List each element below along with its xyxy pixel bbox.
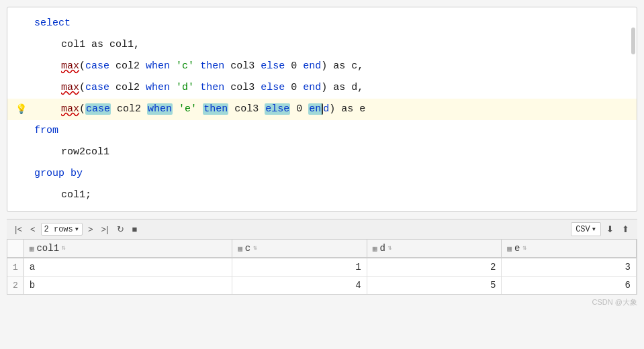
th-rownum <box>7 240 24 258</box>
th-col1-label: col1 <box>36 243 59 254</box>
next-btn[interactable]: > <box>85 223 96 236</box>
sort-arrows-d[interactable]: ⇅ <box>388 245 392 252</box>
kw-case-hl: case <box>85 103 111 115</box>
col-col1: col1 <box>61 39 85 50</box>
groupby-col: col1; <box>61 189 91 201</box>
results-table-wrap: ▦ col1 ⇅ ▦ c ⇅ ▦ d ⇅ <box>7 240 637 295</box>
table-row: 2 b 4 5 6 <box>7 277 637 295</box>
code-line-max-e: 💡 max(case col2 when 'e' then col3 else … <box>7 99 637 120</box>
str-c: 'c' <box>176 60 194 72</box>
row-2-num: 2 <box>7 277 24 295</box>
refresh-btn[interactable]: ↻ <box>114 223 127 236</box>
rows-dropdown[interactable]: 2 rows ▾ <box>41 223 83 236</box>
code-line-from: from <box>7 120 637 142</box>
col-icon-e: ▦ <box>507 244 512 253</box>
kw-end-hl-d: d <box>323 103 329 115</box>
filter-btn[interactable]: ⬆ <box>619 223 632 236</box>
th-col1[interactable]: ▦ col1 ⇅ <box>24 240 232 258</box>
str-d: 'd' <box>176 82 194 93</box>
th-d[interactable]: ▦ d ⇅ <box>367 240 502 258</box>
rows-chevron: ▾ <box>75 224 79 234</box>
first-btn[interactable]: |< <box>12 223 25 236</box>
code-line-max-c: max(case col2 when 'c' then col3 else 0 … <box>7 56 637 77</box>
th-d-label: d <box>379 243 385 254</box>
kw-end-1: end <box>303 60 321 72</box>
sort-arrows-c[interactable]: ⇅ <box>253 245 257 252</box>
code-line-select: select <box>7 13 637 34</box>
th-e-label: e <box>514 243 520 254</box>
kw-case-1: case <box>85 60 109 72</box>
th-c[interactable]: ▦ c ⇅ <box>232 240 367 258</box>
csv-chevron: ▾ <box>592 224 596 234</box>
alias-col1: col1, <box>109 39 140 50</box>
col-icon-d: ▦ <box>373 244 377 253</box>
keyword-select: select <box>34 14 71 33</box>
lightbulb-icon[interactable]: 💡 <box>15 100 27 119</box>
kw-end-2: end <box>303 82 321 93</box>
as-keyword-1: as <box>91 39 109 50</box>
sort-arrows-col1[interactable]: ⇅ <box>62 245 66 252</box>
table-name: row2col1 <box>61 146 109 158</box>
kw-then-2: then <box>200 82 224 93</box>
kw-else-hl: else <box>265 103 290 115</box>
row-2-e: 6 <box>502 277 637 295</box>
code-line-table: row2col1 <box>7 142 637 163</box>
fn-max-2: max <box>61 82 79 93</box>
code-editor[interactable]: select col1 as col1, max(case col2 when … <box>7 7 637 212</box>
kw-case-2: case <box>85 82 109 93</box>
keyword-from: from <box>34 121 58 140</box>
code-line-col1-semi: col1; <box>7 185 637 206</box>
fn-max-3: max <box>61 103 79 115</box>
download-btn[interactable]: ⬇ <box>604 223 616 236</box>
kw-else-2: else <box>261 82 285 93</box>
kw-when-hl: when <box>147 103 173 115</box>
col-icon-c: ▦ <box>238 244 242 253</box>
keyword-groupby: group by <box>34 164 83 183</box>
prev-btn[interactable]: < <box>28 223 38 236</box>
kw-then-hl: then <box>203 103 228 115</box>
col-icon-col1: ▦ <box>30 244 34 253</box>
code-line-groupby: group by <box>7 163 637 185</box>
last-btn[interactable]: >| <box>99 223 111 236</box>
row-1-d: 2 <box>367 258 502 277</box>
code-line-col1: col1 as col1, <box>7 34 637 56</box>
fn-max-1: max <box>61 60 79 72</box>
watermark: CSDN @大象 <box>0 295 644 310</box>
results-toolbar: |< < 2 rows ▾ > >| ↻ ■ CSV ▾ ⬇ ⬆ <box>7 219 637 240</box>
th-e[interactable]: ▦ e ⇅ <box>502 240 637 258</box>
csv-dropdown[interactable]: CSV ▾ <box>571 222 601 236</box>
row-1-col1: a <box>24 258 232 277</box>
kw-then-1: then <box>200 60 224 72</box>
kw-else-1: else <box>261 60 285 72</box>
table-header-row: ▦ col1 ⇅ ▦ c ⇅ ▦ d ⇅ <box>7 240 637 258</box>
row-2-col1: b <box>24 277 232 295</box>
th-c-label: c <box>245 243 250 254</box>
kw-when-2: when <box>146 82 170 93</box>
kw-when-1: when <box>146 60 170 72</box>
row-1-e: 3 <box>502 258 637 277</box>
str-e: 'e' <box>179 103 197 115</box>
stop-btn[interactable]: ■ <box>130 223 140 236</box>
code-line-max-d: max(case col2 when 'd' then col3 else 0 … <box>7 77 637 99</box>
row-1-c: 1 <box>232 258 367 277</box>
csv-label: CSV <box>576 225 590 234</box>
sort-arrows-e[interactable]: ⇅ <box>522 245 526 252</box>
rows-count: 2 rows <box>44 225 73 234</box>
results-table: ▦ col1 ⇅ ▦ c ⇅ ▦ d ⇅ <box>7 240 637 294</box>
row-2-d: 5 <box>367 277 502 295</box>
table-row: 1 a 1 2 3 <box>7 258 637 277</box>
row-1-num: 1 <box>7 258 24 277</box>
kw-end-hl: en <box>308 103 323 115</box>
row-2-c: 4 <box>232 277 367 295</box>
